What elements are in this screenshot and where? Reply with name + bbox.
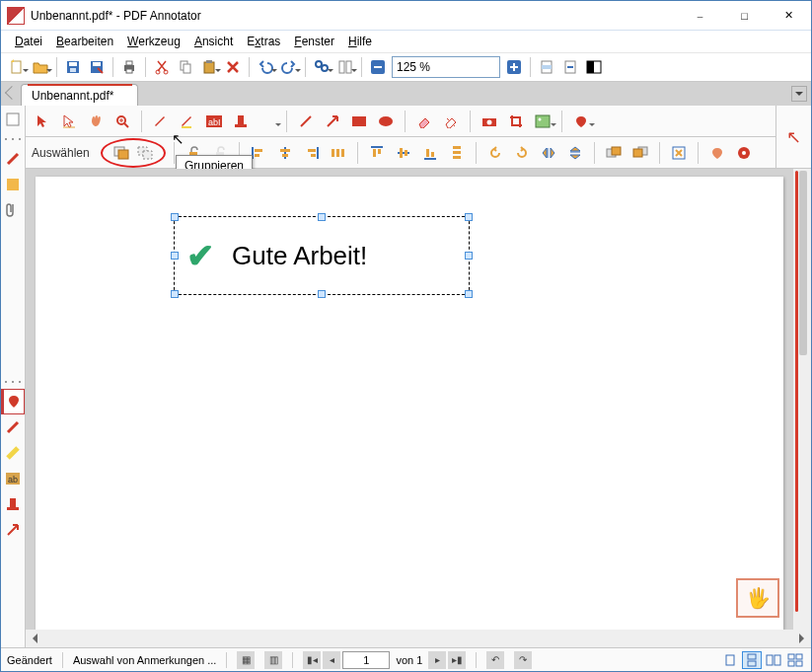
zoom-select[interactable] — [392, 56, 500, 78]
text-tool-button[interactable]: abI — [203, 111, 225, 132]
select-tool-button[interactable] — [32, 111, 53, 132]
find-button[interactable] — [312, 57, 332, 77]
two-page-button[interactable] — [584, 57, 604, 77]
snapshot-tool-button[interactable] — [479, 111, 500, 132]
align-center-h-button[interactable] — [274, 142, 296, 164]
flip-h-button[interactable] — [538, 142, 559, 164]
zoom-out-button[interactable] — [368, 57, 388, 77]
send-back-button[interactable] — [629, 142, 651, 164]
prev-page-button[interactable]: ◂ — [323, 651, 340, 669]
fit-page-button[interactable] — [537, 57, 556, 77]
nav-forward-button[interactable]: ↷ — [514, 651, 532, 669]
erase-all-button[interactable] — [440, 111, 462, 132]
ungroup-button[interactable] — [134, 142, 156, 164]
resize-handle-mr[interactable] — [465, 252, 473, 260]
rail-pen2-icon[interactable] — [1, 414, 25, 440]
horizontal-scrollbar[interactable] — [26, 630, 811, 647]
undo-button[interactable] — [256, 57, 275, 77]
copy-button[interactable] — [176, 57, 195, 77]
menu-extras[interactable]: Extras — [241, 33, 286, 50]
vertical-scrollbar[interactable] — [793, 169, 811, 630]
first-page-button[interactable]: ▮◂ — [303, 651, 321, 669]
canvas-area[interactable]: ✔ Gute Arbeit! 🖐 — [26, 169, 811, 647]
resize-handle-bm[interactable] — [318, 290, 326, 298]
maximize-button[interactable]: □ — [722, 1, 767, 30]
menu-werkzeug[interactable]: Werkzeug — [121, 33, 186, 50]
zoom-tool-button[interactable] — [111, 111, 133, 132]
resize-handle-bl[interactable] — [171, 290, 179, 298]
menu-datei[interactable]: Datei — [9, 33, 48, 50]
rail-highlighter-icon[interactable] — [1, 440, 25, 466]
resize-handle-br[interactable] — [465, 290, 473, 298]
flatten-button[interactable] — [706, 142, 728, 164]
rail-pen-icon[interactable] — [1, 146, 25, 172]
status-ungroup-icon[interactable]: ▥ — [264, 651, 282, 669]
view-single-button[interactable] — [720, 651, 740, 669]
favorite-button[interactable] — [570, 111, 592, 132]
redo-button[interactable] — [279, 57, 299, 77]
rail-attachment-icon[interactable] — [1, 197, 25, 223]
align-top-button[interactable] — [366, 142, 388, 164]
image-tool-button[interactable] — [532, 111, 554, 132]
close-button[interactable]: ✕ — [767, 1, 811, 30]
nav-back-button[interactable]: ↶ — [486, 651, 504, 669]
status-group-icon[interactable]: ▦ — [237, 651, 255, 669]
menu-bearbeiten[interactable]: Bearbeiten — [50, 33, 119, 50]
resize-handle-tl[interactable] — [171, 213, 179, 221]
menu-ansicht[interactable]: Ansicht — [188, 33, 239, 50]
page-number-input[interactable] — [342, 651, 390, 669]
ellipse-tool-button[interactable] — [375, 111, 397, 132]
zoom-in-button[interactable] — [504, 57, 524, 77]
distribute-v-button[interactable] — [446, 142, 468, 164]
arrow-tool-button[interactable] — [322, 111, 343, 132]
resize-handle-ml[interactable] — [171, 252, 179, 260]
open-button[interactable] — [31, 57, 50, 77]
new-doc-button[interactable] — [7, 57, 27, 77]
delete-button[interactable] — [223, 57, 243, 77]
line-tool-button[interactable] — [295, 111, 317, 132]
last-page-button[interactable]: ▸▮ — [448, 651, 466, 669]
menu-fenster[interactable]: Fenster — [288, 33, 340, 50]
document-tab[interactable]: Unbenannt.pdf* — [21, 84, 138, 106]
rotate-left-button[interactable] — [484, 142, 506, 164]
lasso-tool-button[interactable] — [58, 111, 80, 132]
rail-arrow-icon[interactable] — [1, 517, 25, 543]
more-tools-button[interactable] — [257, 111, 278, 132]
rotate-right-button[interactable] — [511, 142, 533, 164]
page-setup-button[interactable] — [335, 57, 355, 77]
minimize-button[interactable]: – — [678, 1, 722, 30]
view-two-continuous-button[interactable] — [785, 651, 805, 669]
rail-stamp-icon[interactable] — [1, 491, 25, 517]
pen-tool-button[interactable] — [150, 111, 172, 132]
marker-tool-button[interactable] — [177, 111, 198, 132]
distribute-h-button[interactable] — [328, 142, 349, 164]
view-continuous-button[interactable] — [742, 651, 762, 669]
align-right-button[interactable] — [301, 142, 323, 164]
rect-tool-button[interactable] — [348, 111, 370, 132]
save-as-button[interactable] — [87, 57, 107, 77]
scrollbar-thumb[interactable] — [799, 171, 807, 355]
rail-textbox-icon[interactable]: ab — [1, 466, 25, 491]
crop-tool-button[interactable] — [505, 111, 527, 132]
tab-menu-button[interactable] — [791, 86, 807, 102]
paste-button[interactable] — [199, 57, 219, 77]
save-button[interactable] — [63, 57, 83, 77]
floating-pan-button[interactable]: 🖐 — [736, 578, 779, 618]
rail-note-icon[interactable] — [1, 172, 25, 197]
stamp-tool-button[interactable] — [230, 111, 252, 132]
next-page-button[interactable]: ▸ — [428, 651, 446, 669]
print-button[interactable] — [119, 57, 139, 77]
annotation-selection[interactable]: ✔ Gute Arbeit! — [174, 216, 470, 295]
rail-favorites-icon[interactable] — [1, 389, 25, 414]
resize-handle-tm[interactable] — [318, 213, 326, 221]
menu-hilfe[interactable]: Hilfe — [342, 33, 378, 50]
group-button[interactable] — [111, 142, 132, 164]
resize-handle-tr[interactable] — [465, 213, 473, 221]
align-bottom-button[interactable] — [419, 142, 441, 164]
pdf-page[interactable]: ✔ Gute Arbeit! — [36, 177, 783, 630]
bring-front-button[interactable] — [603, 142, 625, 164]
eraser-tool-button[interactable] — [413, 111, 435, 132]
style-button[interactable] — [733, 142, 755, 164]
view-two-page-button[interactable] — [764, 651, 783, 669]
fit-width-button[interactable] — [560, 57, 580, 77]
